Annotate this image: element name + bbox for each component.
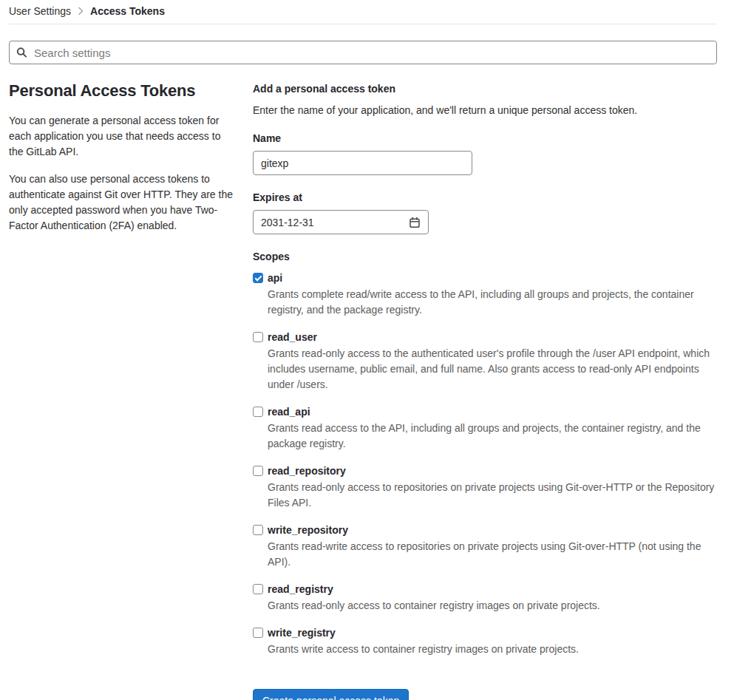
- scope-row-read-repository: read_repository Grants read-only access …: [253, 465, 717, 511]
- scope-description-write-registry: Grants write access to container registr…: [268, 642, 717, 657]
- scope-label-write-registry[interactable]: write_registry: [268, 627, 336, 639]
- scope-description-write-repository: Grants read-write access to repositories…: [268, 539, 717, 570]
- expires-label: Expires at: [253, 191, 717, 203]
- token-name-input[interactable]: [253, 151, 472, 175]
- description-paragraph-2: You can also use personal access tokens …: [9, 171, 237, 234]
- scope-checkbox-read-registry[interactable]: [253, 584, 263, 594]
- form-description: Enter the name of your application, and …: [253, 104, 717, 116]
- expires-at-input[interactable]: [253, 210, 429, 234]
- chevron-right-icon: [78, 7, 84, 16]
- page-title: Personal Access Tokens: [9, 81, 237, 101]
- scope-description-api: Grants complete read/write access to the…: [268, 287, 717, 318]
- name-field-group: Name: [253, 132, 717, 175]
- name-label: Name: [253, 132, 717, 144]
- section-description: Personal Access Tokens You can generate …: [9, 81, 253, 700]
- scope-description-read-api: Grants read access to the API, including…: [268, 421, 717, 452]
- calendar-icon[interactable]: [409, 217, 421, 228]
- create-token-button[interactable]: Create personal access token: [253, 689, 409, 700]
- scope-description-read-registry: Grants read-only access to container reg…: [268, 598, 717, 614]
- scope-label-read-api[interactable]: read_api: [268, 406, 310, 418]
- scope-checkbox-write-registry[interactable]: [253, 628, 263, 638]
- scope-row-write-registry: write_registry Grants write access to co…: [253, 627, 717, 657]
- scope-label-read-repository[interactable]: read_repository: [268, 465, 346, 477]
- scopes-label: Scopes: [253, 251, 717, 262]
- token-form: Add a personal access token Enter the na…: [253, 81, 717, 700]
- search-input[interactable]: [9, 41, 717, 64]
- breadcrumb: User Settings Access Tokens: [9, 0, 717, 16]
- scope-label-read-registry[interactable]: read_registry: [268, 583, 333, 595]
- search-bar: [9, 41, 717, 64]
- scope-row-write-repository: write_repository Grants read-write acces…: [253, 524, 717, 570]
- scope-description-read-repository: Grants read-only access to repositories …: [268, 480, 717, 511]
- scope-description-read-user: Grants read-only access to the authentic…: [268, 346, 717, 393]
- scope-checkbox-read-user[interactable]: [253, 332, 263, 342]
- form-heading: Add a personal access token: [253, 83, 717, 95]
- header-divider: [9, 24, 717, 24]
- scope-label-api[interactable]: api: [268, 272, 282, 284]
- description-paragraph-1: You can generate a personal access token…: [9, 113, 237, 160]
- expires-field-group: Expires at: [253, 191, 717, 234]
- scope-checkbox-read-repository[interactable]: [253, 466, 263, 476]
- scope-checkbox-api[interactable]: [253, 273, 263, 283]
- breadcrumb-user-settings[interactable]: User Settings: [9, 5, 71, 17]
- scope-row-api: api Grants complete read/write access to…: [253, 272, 717, 318]
- settings-page: User Settings Access Tokens Personal Acc…: [0, 0, 734, 700]
- scope-checkbox-write-repository[interactable]: [253, 525, 263, 535]
- search-icon: [16, 47, 27, 58]
- scope-row-read-user: read_user Grants read-only access to the…: [253, 331, 717, 393]
- scope-checkbox-read-api[interactable]: [253, 407, 263, 417]
- scope-label-write-repository[interactable]: write_repository: [268, 524, 348, 536]
- breadcrumb-access-tokens: Access Tokens: [90, 5, 165, 17]
- scope-label-read-user[interactable]: read_user: [268, 331, 317, 343]
- scope-row-read-api: read_api Grants read access to the API, …: [253, 406, 717, 452]
- scope-row-read-registry: read_registry Grants read-only access to…: [253, 583, 717, 614]
- content-columns: Personal Access Tokens You can generate …: [9, 81, 717, 700]
